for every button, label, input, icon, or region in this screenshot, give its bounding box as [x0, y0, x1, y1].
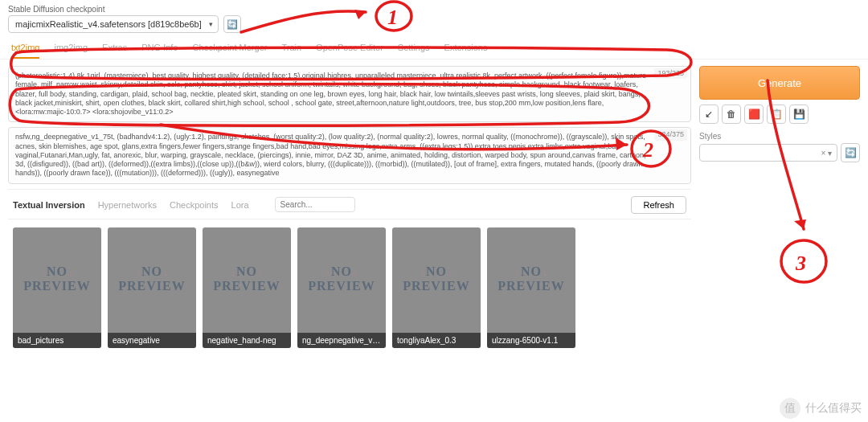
watermark-logo-icon: 值: [780, 398, 800, 419]
checkpoint-select[interactable]: majicmixRealistic_v4.safetensors [d819c8…: [8, 15, 219, 33]
chevron-down-icon: ▾: [209, 20, 213, 28]
subtab-checkpoints[interactable]: Checkpoints: [170, 200, 219, 210]
card-label: easynegative: [108, 333, 196, 348]
tool-button-4[interactable]: 💾: [789, 104, 809, 124]
negative-counter: 324/375: [654, 129, 687, 140]
negative-prompt-text: nsfw,ng_deepnegative_v1_75t, (badhandv4:…: [15, 133, 646, 177]
refresh-icon: 🔄: [845, 147, 857, 158]
preview-card[interactable]: : NO :PREVIEWnegative_hand-neg: [203, 227, 291, 348]
subtab-lora[interactable]: Lora: [231, 200, 249, 210]
tool-row: ↙🗑🟥📋💾: [699, 104, 860, 124]
subtab-hypernetworks[interactable]: Hypernetworks: [98, 200, 157, 210]
card-label: ulzzang-6500-v1.1: [487, 333, 575, 348]
tab-img2img[interactable]: img2img: [54, 43, 88, 59]
styles-value: × ▾: [821, 149, 832, 158]
card-label: bad_pictures: [13, 333, 101, 348]
refresh-styles-button[interactable]: 🔄: [841, 143, 860, 162]
tab-settings[interactable]: Settings: [398, 43, 430, 59]
tool-button-0[interactable]: ↙: [699, 104, 719, 124]
tab-png-info[interactable]: PNG Info: [141, 43, 178, 59]
no-preview-placeholder: : NO :PREVIEW: [487, 227, 575, 330]
no-preview-placeholder: : NO :PREVIEW: [108, 227, 196, 330]
generate-button[interactable]: Generate: [699, 66, 860, 100]
tab-checkpoint-merger[interactable]: Checkpoint Merger: [192, 43, 267, 59]
styles-label: Styles: [699, 132, 860, 141]
no-preview-placeholder: : NO :PREVIEW: [392, 227, 481, 330]
card-label: negative_hand-neg: [203, 333, 291, 348]
prompt-textarea[interactable]: (photorealistic:1.4),8k,1girl, (masterpi…: [8, 66, 691, 122]
refresh-icon: 🔄: [227, 19, 238, 30]
search-input[interactable]: [275, 197, 355, 212]
tab-openpose-editor[interactable]: OpenPose Editor: [316, 43, 383, 59]
extra-networks-tabs: Textual InversionHypernetworksCheckpoint…: [8, 189, 691, 219]
prompt-counter: 193/225: [654, 68, 687, 79]
tool-button-2[interactable]: 🟥: [744, 104, 764, 124]
tool-button-1[interactable]: 🗑: [722, 104, 741, 124]
watermark: 值 什么值得买: [780, 398, 862, 419]
checkpoint-label: Stable Diffusion checkpoint: [8, 5, 860, 14]
preview-card[interactable]: : NO :PREVIEWng_deepnegative_v1_75t: [297, 227, 386, 348]
preview-card[interactable]: : NO :PREVIEWulzzang-6500-v1.1: [487, 227, 575, 348]
tab-train[interactable]: Train: [281, 43, 301, 59]
main-tabs: txt2imgimg2imgExtrasPNG InfoCheckpoint M…: [0, 35, 868, 59]
tab-extensions[interactable]: Extensions: [444, 43, 488, 59]
card-label: ng_deepnegative_v1_75t: [297, 333, 386, 348]
preview-card[interactable]: : NO :PREVIEWeasynegative: [108, 227, 196, 348]
preview-card[interactable]: : NO :PREVIEWbad_pictures: [13, 227, 101, 348]
tool-button-3[interactable]: 📋: [767, 104, 786, 124]
tab-extras[interactable]: Extras: [102, 43, 127, 59]
preview-cards: : NO :PREVIEWbad_pictures: NO :PREVIEWea…: [8, 219, 691, 356]
no-preview-placeholder: : NO :PREVIEW: [203, 227, 291, 330]
prompt-text: (photorealistic:1.4),8k,1girl, (masterpi…: [15, 72, 646, 116]
checkpoint-value: majicmixRealistic_v4.safetensors [d819c8…: [15, 19, 202, 29]
refresh-checkpoint-button[interactable]: 🔄: [223, 15, 241, 33]
card-label: tongliyaAlex_0.3: [392, 333, 481, 348]
tab-txt2img[interactable]: txt2img: [11, 43, 39, 59]
preview-card[interactable]: : NO :PREVIEWtongliyaAlex_0.3: [392, 227, 481, 348]
no-preview-placeholder: : NO :PREVIEW: [297, 227, 386, 330]
refresh-button[interactable]: Refresh: [631, 196, 686, 214]
styles-select[interactable]: × ▾: [699, 144, 837, 162]
no-preview-placeholder: : NO :PREVIEW: [13, 227, 101, 330]
watermark-text: 什么值得买: [805, 401, 862, 416]
negative-prompt-textarea[interactable]: nsfw,ng_deepnegative_v1_75t, (badhandv4:…: [8, 127, 691, 183]
subtab-textual-inversion[interactable]: Textual Inversion: [13, 200, 85, 210]
